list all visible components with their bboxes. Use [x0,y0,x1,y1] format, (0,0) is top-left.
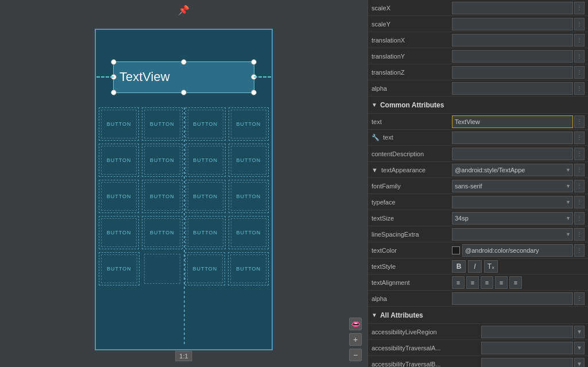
translationY-end-btn[interactable]: ⋮ [574,50,585,63]
accessibilityTraversalB-arrow-icon[interactable]: ▼ [574,358,585,368]
contentDescription-value [452,148,573,160]
btn-4-3[interactable]: BUTTON [185,216,226,249]
accessibilityTraversalA-select[interactable] [481,342,573,354]
handle-bottom-right[interactable] [251,90,257,95]
btn-4-4[interactable]: BUTTON [229,216,269,249]
textSize-select[interactable]: 34sp [452,212,573,225]
fontFamily-select[interactable]: sans-serif [452,180,573,192]
textAlignment-label: textAlignment [372,279,452,286]
textSize-end-btn[interactable]: ⋮ [574,212,585,225]
textColor-swatch[interactable] [452,246,460,254]
align-center-right-button[interactable]: ≡ [495,276,508,289]
common-attrs-title: Common Attributes [380,101,444,109]
alpha-bottom-input[interactable] [452,292,573,305]
scaleY-row: scaleY ⋮ [368,16,588,32]
italic-button[interactable]: I [468,260,482,273]
handle-top-right[interactable] [251,59,257,65]
scaleX-input[interactable] [452,2,573,14]
wrench-text-input[interactable] [452,132,573,144]
btn-2-4[interactable]: BUTTON [229,144,269,177]
textAppearance-chevron-icon: ▼ [372,167,378,173]
zoom-in-button[interactable]: + [349,333,362,346]
align-right-button[interactable]: ≡ [509,276,522,289]
typeface-end-btn[interactable]: ⋮ [574,196,585,208]
translationZ-end-btn[interactable]: ⋮ [574,66,585,79]
btn-2-3[interactable]: BUTTON [185,144,226,177]
alpha-top-end-btn[interactable]: ⋮ [574,82,585,95]
btn-3-2[interactable]: BUTTON [142,180,182,213]
cursor-mode-button[interactable]: 👄 [349,318,362,330]
textColor-input[interactable] [462,244,573,257]
align-center-button[interactable]: ≡ [481,276,493,289]
btn-1-4[interactable]: BUTTON [229,107,269,141]
btn-3-1[interactable]: BUTTON [99,180,139,213]
handle-top-center[interactable] [181,59,187,65]
accessibilityLiveRegion-select[interactable] [481,326,573,338]
wrench-text-label: 🔧 text [372,134,452,141]
handle-bottom-center[interactable] [181,90,187,95]
accessibilityTraversalA-arrow-icon[interactable]: ▼ [574,342,585,354]
alpha-bottom-label: alpha [372,295,452,302]
textAppearance-select-wrap: @android:style/TextAppe ▼ [452,164,573,176]
text-value [452,115,573,128]
zoom-out-button[interactable]: − [349,349,362,361]
lineSpacingExtra-end-btn[interactable]: ⋮ [574,228,585,241]
btn-5-4[interactable]: BUTTON [228,252,269,285]
alpha-bottom-row: alpha ⋮ [368,291,588,307]
wrench-text-end-btn[interactable]: ⋮ [574,132,585,144]
scaleY-input[interactable] [452,18,573,30]
translationZ-input[interactable] [452,66,573,79]
contentDescription-input[interactable] [452,148,573,160]
accessibilityLiveRegion-label: accessibilityLiveRegion [372,329,481,335]
btn-3-4[interactable]: BUTTON [229,180,269,213]
btn-5-1[interactable]: BUTTON [99,252,140,285]
btn-5-3[interactable]: BUTTON [185,252,226,285]
btn-2-2[interactable]: BUTTON [142,144,182,177]
btn-1-1[interactable]: BUTTON [99,107,139,141]
accessibilityLiveRegion-arrow-icon[interactable]: ▼ [574,326,585,338]
scaleX-end-btn[interactable]: ⋮ [574,2,585,14]
all-attrs-header[interactable]: ▼ All Attributes [368,307,588,324]
textColor-label: textColor [372,247,452,254]
handle-top-left[interactable] [111,59,117,65]
btn-3-3[interactable]: BUTTON [185,180,226,213]
handle-bottom-left[interactable] [111,90,117,95]
alpha-bottom-end-btn[interactable]: ⋮ [574,292,585,305]
btn-1-3[interactable]: BUTTON [185,107,226,141]
canvas-toolbar: 📌 [178,5,189,16]
textAppearance-end-btn[interactable]: ⋮ [574,164,585,176]
alpha-top-input[interactable] [452,82,573,95]
translationY-input[interactable] [452,50,573,63]
text-input[interactable] [452,115,573,128]
textAppearance-select[interactable]: @android:style/TextAppe [452,164,573,176]
btn-4-2[interactable]: BUTTON [142,216,182,249]
typeface-select[interactable] [452,196,573,208]
btn-1-2[interactable]: BUTTON [142,107,182,141]
textAppearance-label: ▼ textAppearance [372,167,452,173]
accessibilityTraversalB-select[interactable] [481,358,573,368]
contentDescription-end-btn[interactable]: ⋮ [574,148,585,160]
lineSpacingExtra-select[interactable] [452,228,573,241]
strikethrough-button[interactable]: Tₓ [484,260,498,273]
fontFamily-end-btn[interactable]: ⋮ [574,180,585,192]
textColor-row: textColor ⋮ [368,242,588,258]
alpha-top-row: alpha ⋮ [368,80,588,96]
translationX-end-btn[interactable]: ⋮ [574,34,585,47]
translationX-input[interactable] [452,34,573,47]
translationZ-value [452,66,573,79]
align-center-left-button[interactable]: ≡ [466,276,479,289]
scaleY-end-btn[interactable]: ⋮ [574,18,585,30]
text-end-btn[interactable]: ⋮ [574,115,585,128]
btn-4-1[interactable]: BUTTON [99,216,139,249]
textview-element[interactable]: TextView [113,61,254,93]
accessibilityTraversalB-label: accessibilityTraversalB... [372,361,481,368]
btn-2-1[interactable]: BUTTON [99,144,139,177]
bold-button[interactable]: B [452,260,466,273]
typeface-label: typeface [372,199,452,206]
zoom-ratio-badge: 1:1 [175,351,192,361]
constraint-left [96,76,114,78]
textColor-end-btn[interactable]: ⋮ [574,244,585,257]
scroll-area[interactable]: scaleX ⋮ scaleY ⋮ translationX ⋮ transla… [368,0,588,367]
align-left-button[interactable]: ≡ [452,276,465,289]
common-attrs-header[interactable]: ▼ Common Attributes [368,96,588,114]
